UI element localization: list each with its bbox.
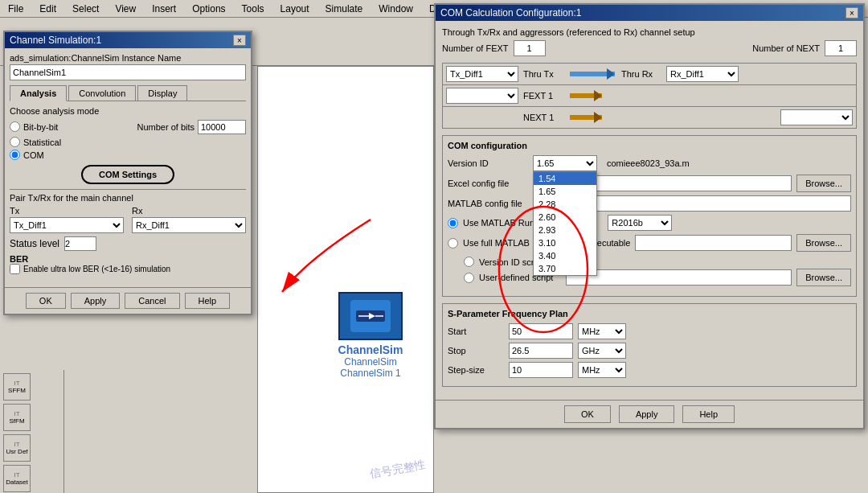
menu-simulate[interactable]: Simulate [321,2,368,16]
stepsize-unit-select[interactable]: MHz GHz [578,362,626,378]
radio-com[interactable] [10,150,20,160]
channel-cancel-button[interactable]: Cancel [125,293,179,309]
version-option-310[interactable]: 3.10 [534,236,596,249]
runtime-select[interactable]: R2016b [608,215,672,231]
com-ok-button[interactable]: OK [564,405,611,423]
next-input[interactable] [825,40,857,56]
com-dialog-title-bar: COM Calculation Configuration:1 × [436,5,863,21]
menu-window[interactable]: Window [374,2,418,16]
fext-next-row: Number of FEXT Number of NEXT [442,40,857,56]
menu-file[interactable]: File [3,2,28,16]
svg-marker-12 [594,90,602,101]
com-dialog-close-btn[interactable]: × [845,7,858,18]
txrx-fext-row: FEXT 1 [443,85,856,107]
version-dropdown-list: 1.54 1.65 2.28 2.60 2.93 3.10 3.40 3.70 [533,171,597,276]
pair-section-title: Pair Tx/Rx for the main channel [10,189,246,203]
radio-statistical[interactable] [10,137,20,147]
version-id-label: Version ID [448,158,528,168]
menu-tools[interactable]: Tools [237,2,269,16]
radio-user-defined-script[interactable] [464,273,474,283]
matlab-exec-input[interactable] [635,235,792,251]
tab-convolution[interactable]: Convolution [68,85,136,101]
levels-input[interactable] [64,236,96,251]
stepsize-input[interactable] [509,362,573,378]
left-sidebar: IT SFFM IT SfFM IT Usr Def IT Dataset [0,370,64,493]
channel-help-button[interactable]: Help [185,293,231,309]
rx-select[interactable]: Rx_Diff1 [132,217,246,233]
radio-matlab-runtime[interactable] [448,218,458,228]
channel-dialog-buttons: OK Apply Cancel Help [5,287,251,314]
ber-checkbox[interactable] [10,264,20,274]
sidebar-icon-sffm[interactable]: IT SFFM [3,373,31,401]
tab-analysis[interactable]: Analysis [10,85,67,101]
next-combo[interactable] [780,109,853,125]
through-setup-label: Through Tx/Rx and aggressors (referenced… [442,27,857,37]
start-unit-select[interactable]: MHz GHz [578,323,626,339]
fext-combo[interactable] [446,88,518,104]
matlab-runtime-row: Use MATLAB Runtime version R2016b [448,215,851,231]
menu-insert[interactable]: Insert [147,2,181,16]
version-option-293[interactable]: 2.93 [534,224,596,236]
channel-sim-close-btn[interactable]: × [233,35,246,46]
analysis-mode-label: Choose analysis mode [10,106,246,116]
sidebar-icon-usrdef[interactable]: IT Usr Def [3,434,31,462]
channel-apply-button[interactable]: Apply [71,293,121,309]
menu-view[interactable]: View [110,2,141,16]
menu-edit[interactable]: Edit [35,2,61,16]
user-script-input[interactable] [566,269,792,286]
levels-row: Status level [10,236,246,251]
channel-sim-block-sublabel2: ChannelSim 1 [306,368,435,379]
com-help-button[interactable]: Help [682,405,735,423]
stop-input[interactable] [509,343,573,359]
fext-input[interactable] [514,40,546,56]
com-settings-button[interactable]: COM Settings [81,165,174,184]
tx-label: Tx [10,206,124,216]
tab-bar: Analysis Convolution Display [10,85,246,101]
ber-label: BER [10,254,246,264]
sidebar-icon-sffm2[interactable]: IT SfFM [3,404,31,431]
excel-label: Excel config file [448,179,528,188]
rx-diff-select[interactable]: Rx_Diff1 [666,66,739,82]
channel-ok-button[interactable]: OK [26,293,66,309]
version-option-370[interactable]: 3.70 [534,262,596,275]
radio-com-label: COM [23,150,44,160]
user-script-browse-btn[interactable]: Browse... [796,269,851,286]
version-select[interactable]: 1.65 1.54 2.28 2.60 2.93 3.10 3.40 3.70 [533,155,597,171]
stop-unit-select[interactable]: MHz GHz [578,343,626,359]
menu-select[interactable]: Select [68,2,104,16]
menu-options[interactable]: Options [187,2,230,16]
next-arrow [568,109,616,125]
stop-label: Stop [448,346,504,355]
menu-layout[interactable]: Layout [276,2,314,16]
version-dropdown-container: 1.65 1.54 2.28 2.60 2.93 3.10 3.40 3.70 … [533,155,597,171]
version-option-154[interactable]: 1.54 [534,172,596,185]
sidebar-icon-dataset[interactable]: IT Dataset [3,465,31,492]
radio-full-matlab[interactable] [448,238,458,249]
excel-row: Excel config file Browse... [448,175,851,192]
version-option-165[interactable]: 1.65 [534,185,596,198]
version-option-260[interactable]: 2.60 [534,211,596,224]
com-dialog-title: COM Calculation Configuration:1 [440,7,581,18]
tx-select[interactable]: Tx_Diff1 [10,217,124,233]
com-config-section: COM configuration Version ID 1.65 1.54 2… [442,135,857,297]
instance-name-input[interactable] [10,64,246,80]
start-input[interactable] [509,323,573,339]
version-option-340[interactable]: 3.40 [534,249,596,262]
tab-display[interactable]: Display [137,85,187,101]
channel-sim-icon [338,292,403,340]
radio-version-id-script[interactable] [464,257,474,267]
next-label: Number of NEXT [752,43,820,53]
com-apply-button[interactable]: Apply [619,405,675,423]
fext-label: Number of FEXT [442,43,509,53]
sparam-title: S-Parameter Frequency Plan [448,309,851,318]
stepsize-row: Step-size MHz GHz [448,362,851,378]
tab-analysis-content: Choose analysis mode Bit-by-bit Number o… [10,101,246,282]
svg-marker-14 [594,112,602,123]
bits-input[interactable] [198,120,246,134]
start-label: Start [448,327,504,336]
tx-diff-select[interactable]: Tx_Diff1 [446,66,518,82]
radio-bit-by-bit[interactable] [10,121,20,132]
excel-browse-btn[interactable]: Browse... [796,175,851,192]
matlab-exec-browse-btn[interactable]: Browse... [796,234,851,252]
version-option-228[interactable]: 2.28 [534,198,596,211]
